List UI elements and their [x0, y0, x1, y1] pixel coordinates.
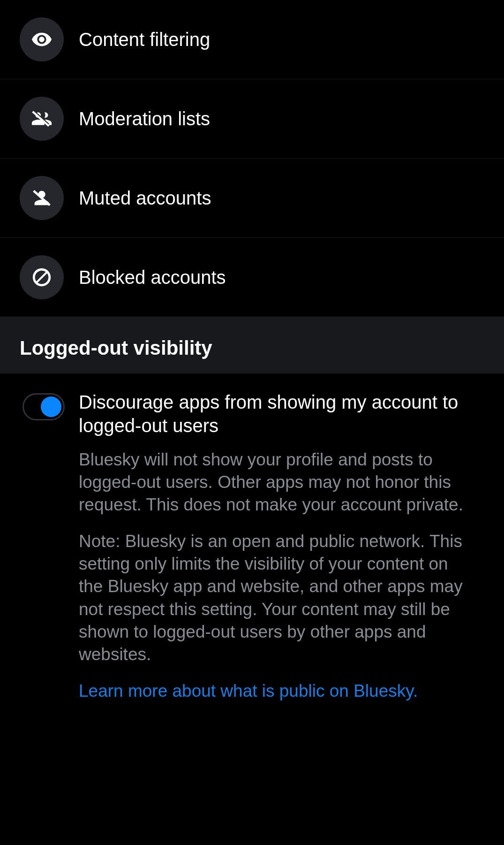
setting-description: Bluesky will not show your profile and p… [79, 449, 475, 516]
menu-label: Blocked accounts [79, 267, 226, 288]
menu-item-blocked-accounts[interactable]: Blocked accounts [0, 238, 504, 317]
menu-item-content-filtering[interactable]: Content filtering [0, 0, 504, 79]
eye-icon [20, 17, 64, 61]
menu-item-moderation-lists[interactable]: Moderation lists [0, 79, 504, 159]
section-title: Logged-out visibility [20, 337, 484, 359]
section-header: Logged-out visibility [0, 317, 504, 373]
toggle-discourage-logged-out[interactable] [23, 393, 65, 420]
toggle-knob [41, 396, 61, 417]
menu-label: Moderation lists [79, 108, 210, 129]
block-icon [20, 255, 64, 299]
setting-title: Discourage apps from showing my account … [79, 390, 475, 437]
learn-more-link[interactable]: Learn more about what is public on Blues… [79, 680, 475, 702]
group-off-icon [20, 97, 64, 141]
person-off-icon [20, 176, 64, 220]
menu-item-muted-accounts[interactable]: Muted accounts [0, 159, 504, 238]
setting-note: Note: Bluesky is an open and public netw… [79, 530, 475, 666]
menu-label: Content filtering [79, 29, 210, 50]
setting-logged-out-visibility: Discourage apps from showing my account … [0, 373, 504, 719]
menu-label: Muted accounts [79, 188, 211, 209]
